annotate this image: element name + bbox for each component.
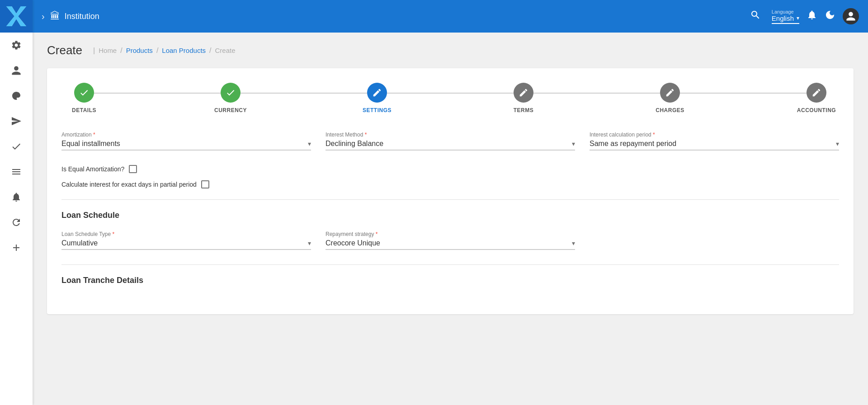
breadcrumb: Create | Home / Products / Loan Products… xyxy=(47,43,854,57)
sidebar-nav-icon[interactable] xyxy=(0,108,33,134)
loan-schedule-form-row: Loan Schedule Type * Cumulative ▾ Repaym… xyxy=(61,231,839,250)
step-terms-label: TERMS xyxy=(514,107,534,113)
interest-method-value: Declining Balance xyxy=(326,140,572,148)
logo xyxy=(0,0,33,33)
loan-schedule-type-dropdown-arrow: ▾ xyxy=(308,240,311,247)
institution-text: Institution xyxy=(65,12,99,21)
loan-schedule-type-field: Loan Schedule Type * Cumulative ▾ xyxy=(61,231,311,250)
equal-amortization-label: Is Equal Amortization? xyxy=(61,165,124,173)
interest-method-field: Interest Method * Declining Balance ▾ xyxy=(326,132,575,151)
loan-tranche-heading: Loan Tranche Details xyxy=(61,276,839,285)
amortization-label: Amortization * xyxy=(61,132,311,138)
step-details-label: DETAILS xyxy=(72,107,96,113)
step-charges-circle xyxy=(660,83,680,103)
theme-toggle-icon[interactable] xyxy=(825,9,835,23)
calc-interest-exact-label: Calculate interest for exact days in par… xyxy=(61,181,197,188)
interest-calc-period-value: Same as repayment period xyxy=(590,140,836,148)
institution-icon: 🏛 xyxy=(50,10,60,22)
main-card: DETAILS CURRENCY SETTINGS xyxy=(47,68,854,314)
language-value[interactable]: English ▾ xyxy=(772,14,799,24)
equal-amortization-row: Is Equal Amortization? xyxy=(61,165,839,173)
loan-schedule-type-value: Cumulative xyxy=(61,239,308,247)
loan-schedule-section: Loan Schedule Loan Schedule Type * Cumul… xyxy=(61,211,839,250)
step-accounting-label: ACCOUNTING xyxy=(797,107,836,113)
step-terms-circle xyxy=(514,83,533,103)
step-settings-label: SETTINGS xyxy=(363,107,392,113)
language-selector[interactable]: Language English ▾ xyxy=(772,9,799,24)
svg-marker-1 xyxy=(6,6,26,26)
equal-amortization-checkbox[interactable] xyxy=(129,165,137,173)
sidebar-bell-icon[interactable] xyxy=(0,184,33,210)
section-divider-2 xyxy=(61,264,839,265)
sidebar-gear-icon[interactable] xyxy=(0,33,33,58)
step-accounting[interactable]: ACCOUNTING xyxy=(794,83,839,113)
step-details[interactable]: DETAILS xyxy=(61,83,107,113)
loan-schedule-heading: Loan Schedule xyxy=(61,211,839,220)
step-settings[interactable]: SETTINGS xyxy=(354,83,400,113)
breadcrumb-loan-products[interactable]: Loan Products xyxy=(162,47,206,54)
sidebar-add-icon[interactable] xyxy=(0,235,33,260)
sidebar-palette-icon[interactable] xyxy=(0,83,33,108)
amortization-select[interactable]: Equal installments ▾ xyxy=(61,140,311,151)
institution-label: 🏛 Institution xyxy=(50,10,99,22)
search-icon[interactable] xyxy=(750,9,761,23)
language-label: Language xyxy=(772,9,799,14)
step-accounting-circle xyxy=(807,83,826,103)
step-currency-label: CURRENCY xyxy=(214,107,247,113)
form-field-spacer xyxy=(590,231,839,250)
step-currency-circle xyxy=(221,83,241,103)
breadcrumb-sep-1: / xyxy=(120,47,122,55)
interest-calc-period-dropdown-arrow: ▾ xyxy=(836,140,839,147)
repayment-strategy-label: Repayment strategy * xyxy=(326,231,575,237)
repayment-strategy-select[interactable]: Creocore Unique ▾ xyxy=(326,239,575,250)
loan-schedule-type-select[interactable]: Cumulative ▾ xyxy=(61,239,311,250)
stepper: DETAILS CURRENCY SETTINGS xyxy=(61,83,839,113)
notification-bell-icon[interactable] xyxy=(807,9,817,23)
amortization-field: Amortization * Equal installments ▾ xyxy=(61,132,311,151)
interest-method-dropdown-arrow: ▾ xyxy=(572,140,575,147)
step-currency[interactable]: CURRENCY xyxy=(208,83,253,113)
interest-method-label: Interest Method * xyxy=(326,132,575,138)
interest-method-select[interactable]: Declining Balance ▾ xyxy=(326,140,575,151)
sidebar-check-icon[interactable] xyxy=(0,134,33,159)
step-settings-circle xyxy=(367,83,387,103)
section-divider-1 xyxy=(61,199,839,200)
amortization-value: Equal installments xyxy=(61,140,308,148)
interest-calc-period-select[interactable]: Same as repayment period ▾ xyxy=(590,140,839,151)
repayment-strategy-dropdown-arrow: ▾ xyxy=(572,240,575,247)
breadcrumb-home: Home xyxy=(99,47,117,54)
step-terms[interactable]: TERMS xyxy=(501,83,546,113)
calc-interest-exact-row: Calculate interest for exact days in par… xyxy=(61,180,839,188)
loan-tranche-section: Loan Tranche Details xyxy=(61,276,839,285)
language-text: English xyxy=(772,14,794,22)
breadcrumb-create: Create xyxy=(215,47,236,54)
content-area: Create | Home / Products / Loan Products… xyxy=(33,33,868,405)
amortization-dropdown-arrow: ▾ xyxy=(308,140,311,147)
loan-schedule-type-label: Loan Schedule Type * xyxy=(61,231,311,237)
main-area: › 🏛 Institution Language English ▾ xyxy=(33,0,868,405)
repayment-strategy-value: Creocore Unique xyxy=(326,239,572,247)
form-row-1: Amortization * Equal installments ▾ Inte… xyxy=(61,132,839,151)
breadcrumb-sep-3: / xyxy=(209,47,211,55)
step-charges-label: CHARGES xyxy=(656,107,684,113)
interest-calc-period-label: Interest calculation period * xyxy=(590,132,839,138)
sidebar-person-icon[interactable] xyxy=(0,58,33,83)
breadcrumb-sep-2: / xyxy=(156,47,158,55)
user-avatar[interactable] xyxy=(843,8,859,24)
breadcrumb-divider-1: | xyxy=(93,47,95,55)
step-details-circle xyxy=(74,83,94,103)
sidebar xyxy=(0,0,33,405)
amortization-required: * xyxy=(93,132,95,138)
sidebar-refresh-icon[interactable] xyxy=(0,210,33,235)
repayment-strategy-field: Repayment strategy * Creocore Unique ▾ xyxy=(326,231,575,250)
chevron-down-icon: ▾ xyxy=(797,15,799,21)
page-title: Create xyxy=(47,43,82,57)
breadcrumb-products[interactable]: Products xyxy=(126,47,153,54)
sidebar-list-icon[interactable] xyxy=(0,159,33,184)
expand-sidebar-button[interactable]: › xyxy=(42,11,45,22)
step-charges[interactable]: CHARGES xyxy=(647,83,693,113)
topbar: › 🏛 Institution Language English ▾ xyxy=(33,0,868,33)
calc-interest-exact-checkbox[interactable] xyxy=(201,180,209,188)
interest-calc-period-field: Interest calculation period * Same as re… xyxy=(590,132,839,151)
